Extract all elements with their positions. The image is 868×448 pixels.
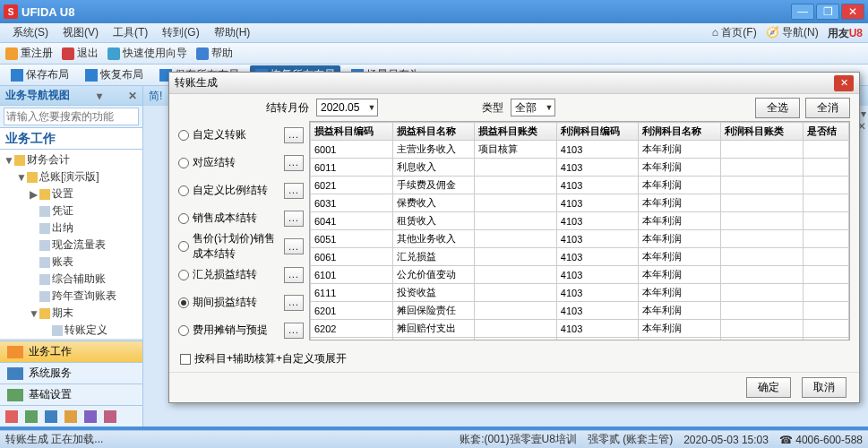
relogin-button[interactable]: 重注册 bbox=[5, 46, 53, 61]
cell[interactable]: 6011 bbox=[311, 159, 393, 177]
col-header[interactable]: 损益科目编码 bbox=[311, 123, 393, 141]
ti-1[interactable] bbox=[5, 410, 18, 423]
cell[interactable]: 手续费及佣金 bbox=[392, 177, 475, 194]
option-more-button[interactable]: ... bbox=[284, 211, 304, 227]
cell[interactable]: 利息收入 bbox=[392, 159, 475, 177]
radio-icon[interactable] bbox=[178, 270, 189, 280]
cell[interactable] bbox=[803, 338, 848, 341]
cell[interactable]: 本年利润 bbox=[639, 230, 721, 248]
table-row[interactable]: 6202摊回赔付支出4103本年利润 bbox=[311, 320, 849, 338]
radio-icon[interactable] bbox=[178, 158, 189, 168]
cell[interactable] bbox=[803, 159, 848, 177]
cell[interactable] bbox=[475, 338, 557, 341]
table-row[interactable]: 6011利息收入4103本年利润 bbox=[311, 159, 849, 177]
cell[interactable] bbox=[721, 266, 804, 284]
table-row[interactable]: 6101公允价值变动4103本年利润 bbox=[311, 266, 849, 284]
cell[interactable]: 本年利润 bbox=[639, 159, 721, 177]
exit-button[interactable]: 退出 bbox=[62, 46, 99, 61]
help-button[interactable]: 帮助 bbox=[196, 46, 233, 61]
cell[interactable] bbox=[803, 212, 848, 230]
tree-node[interactable]: 跨年查询账表 bbox=[0, 288, 142, 305]
cell[interactable] bbox=[721, 194, 804, 212]
cell[interactable] bbox=[721, 141, 804, 159]
cell[interactable]: 6203 bbox=[311, 338, 393, 341]
cell[interactable] bbox=[803, 284, 848, 302]
cell[interactable]: 4103 bbox=[556, 338, 639, 341]
option-more-button[interactable]: ... bbox=[284, 323, 304, 339]
menu-goto[interactable]: 转到(G) bbox=[155, 25, 206, 40]
tree-node[interactable]: 综合辅助账 bbox=[0, 271, 142, 288]
cell[interactable]: 4103 bbox=[556, 194, 639, 212]
cell[interactable]: 6101 bbox=[311, 266, 393, 284]
cell[interactable]: 4103 bbox=[556, 230, 639, 248]
tree-node[interactable]: 凭证 bbox=[0, 202, 142, 220]
cell[interactable] bbox=[475, 248, 557, 266]
cell[interactable] bbox=[475, 320, 557, 338]
transfer-option-4[interactable]: 售价(计划价)销售成本结转... bbox=[178, 236, 304, 257]
expand-checkbox[interactable] bbox=[180, 354, 191, 365]
quickguide-button[interactable]: 快速使用向导 bbox=[107, 46, 187, 61]
menu-system[interactable]: 系统(S) bbox=[5, 25, 56, 40]
tree-node[interactable]: 转账定义 bbox=[0, 322, 142, 339]
transfer-option-7[interactable]: 费用摊销与预提... bbox=[178, 320, 304, 340]
dialog-close-button[interactable]: ✕ bbox=[834, 75, 854, 91]
table-row[interactable]: 6001主营业务收入项目核算4103本年利润 bbox=[311, 141, 849, 159]
cell[interactable]: 本年利润 bbox=[639, 212, 721, 230]
cell[interactable]: 6061 bbox=[311, 248, 393, 266]
btab-service[interactable]: 系统服务 bbox=[0, 362, 142, 383]
ok-button[interactable]: 确定 bbox=[746, 377, 791, 398]
cell[interactable]: 4103 bbox=[556, 177, 639, 194]
tree-node[interactable]: ▼财务会计 bbox=[0, 151, 142, 168]
cell[interactable] bbox=[475, 266, 557, 284]
cell[interactable] bbox=[721, 302, 804, 320]
radio-icon[interactable] bbox=[178, 241, 189, 252]
cell[interactable]: 6021 bbox=[311, 177, 393, 194]
cell[interactable]: 汇兑损益 bbox=[392, 248, 475, 266]
cell[interactable]: 其他业务收入 bbox=[392, 230, 475, 248]
ti-5[interactable] bbox=[84, 410, 97, 423]
menu-tools[interactable]: 工具(T) bbox=[106, 25, 155, 40]
cell[interactable]: 4103 bbox=[556, 159, 639, 177]
cell[interactable] bbox=[721, 212, 804, 230]
dialog-titlebar[interactable]: 转账生成 ✕ bbox=[169, 73, 859, 94]
cell[interactable]: 保费收入 bbox=[392, 194, 475, 212]
cell[interactable]: 摊回保险责任 bbox=[392, 302, 475, 320]
cell[interactable]: 本年利润 bbox=[639, 320, 721, 338]
close-button[interactable]: ✕ bbox=[841, 4, 864, 20]
tree-node[interactable]: ▶设置 bbox=[0, 185, 142, 202]
cell[interactable]: 租赁收入 bbox=[392, 212, 475, 230]
cell[interactable]: 4103 bbox=[556, 212, 639, 230]
cell[interactable]: 4103 bbox=[556, 320, 639, 338]
cell[interactable] bbox=[475, 230, 557, 248]
cell[interactable] bbox=[721, 248, 804, 266]
ti-2[interactable] bbox=[25, 410, 38, 423]
tree-node[interactable]: 账表 bbox=[0, 254, 142, 271]
cell[interactable] bbox=[475, 177, 557, 194]
cell[interactable]: 本年利润 bbox=[639, 248, 721, 266]
cell[interactable]: 6202 bbox=[311, 320, 393, 338]
cell[interactable]: 4103 bbox=[556, 284, 639, 302]
select-none-button[interactable]: 全消 bbox=[805, 98, 850, 118]
cell[interactable] bbox=[803, 177, 848, 194]
cell[interactable]: 本年利润 bbox=[639, 338, 721, 341]
cell[interactable]: 公允价值变动 bbox=[392, 266, 475, 284]
option-more-button[interactable]: ... bbox=[284, 127, 304, 143]
cell[interactable]: 4103 bbox=[556, 302, 639, 320]
ti-4[interactable] bbox=[64, 410, 77, 423]
home-link[interactable]: ⌂ 首页(F) bbox=[712, 25, 757, 40]
table-row[interactable]: 6051其他业务收入4103本年利润 bbox=[311, 230, 849, 248]
cell[interactable]: 本年利润 bbox=[639, 141, 721, 159]
menu-help[interactable]: 帮助(H) bbox=[207, 25, 258, 40]
sidebar-close-icon[interactable]: ✕ bbox=[128, 90, 137, 102]
minimize-button[interactable]: — bbox=[791, 4, 814, 20]
option-more-button[interactable]: ... bbox=[284, 295, 304, 311]
table-row[interactable]: 6021手续费及佣金4103本年利润 bbox=[311, 177, 849, 194]
col-header[interactable]: 损益科目账类 bbox=[475, 123, 557, 141]
option-more-button[interactable]: ... bbox=[284, 238, 304, 254]
transfer-option-2[interactable]: 自定义比例结转... bbox=[178, 180, 304, 201]
cell[interactable]: 6201 bbox=[311, 302, 393, 320]
tree-node[interactable]: ▼期末 bbox=[0, 305, 142, 322]
table-row[interactable]: 6031保费收入4103本年利润 bbox=[311, 194, 849, 212]
layout-btn-1[interactable]: 恢复布局 bbox=[80, 65, 149, 84]
cell[interactable]: 本年利润 bbox=[639, 177, 721, 194]
